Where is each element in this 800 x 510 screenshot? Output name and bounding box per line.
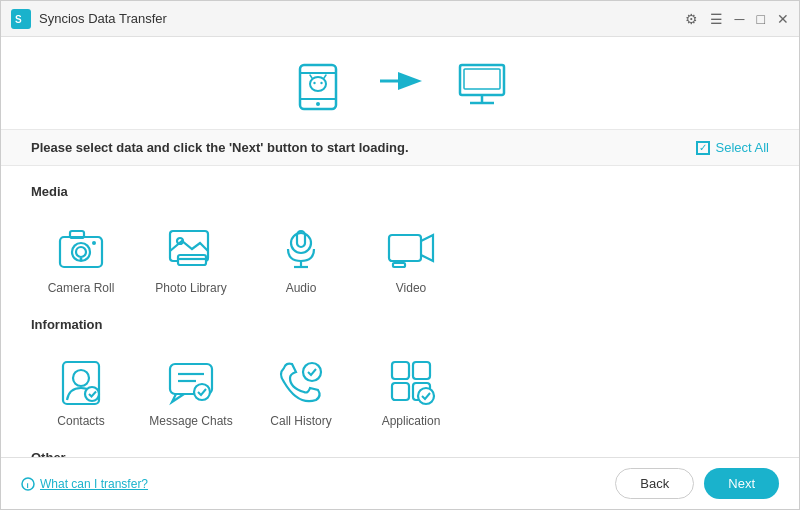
instruction-text: Please select data and click the 'Next' … (31, 140, 409, 155)
info-icon: i (21, 477, 35, 491)
svg-rect-43 (392, 383, 409, 400)
svg-point-22 (80, 258, 83, 261)
close-icon[interactable]: ✕ (777, 11, 789, 27)
select-bar: Please select data and click the 'Next' … (1, 129, 799, 166)
svg-rect-16 (464, 69, 500, 89)
category-label-media: Media (31, 184, 769, 199)
menu-icon[interactable]: ☰ (710, 11, 723, 27)
select-all-text: Select All (716, 140, 769, 155)
svg-text:S: S (15, 14, 22, 25)
svg-line-9 (310, 75, 312, 78)
item-label-camera-roll: Camera Roll (48, 281, 115, 295)
svg-point-19 (76, 247, 86, 257)
svg-point-35 (85, 387, 99, 401)
item-label-message-chats: Message Chats (149, 414, 232, 428)
item-label-audio: Audio (286, 281, 317, 295)
svg-text:i: i (27, 481, 29, 490)
next-button[interactable]: Next (704, 468, 779, 499)
svg-rect-20 (70, 231, 84, 238)
window-controls: ⚙ ☰ ─ □ ✕ (685, 11, 789, 27)
svg-point-34 (73, 370, 89, 386)
video-icon (384, 221, 438, 275)
select-all-checkbox[interactable]: ✓ (696, 141, 710, 155)
category-other: Other Calendar (31, 450, 769, 457)
camera-icon (54, 221, 108, 275)
svg-point-5 (316, 102, 320, 106)
svg-point-45 (418, 388, 434, 404)
contacts-icon (54, 354, 108, 408)
call-icon (274, 354, 328, 408)
svg-rect-17 (60, 237, 102, 267)
maximize-icon[interactable]: □ (757, 11, 765, 27)
svg-point-7 (313, 82, 315, 84)
svg-point-6 (310, 77, 326, 91)
messages-icon (164, 354, 218, 408)
svg-point-27 (291, 233, 311, 253)
photo-icon (164, 221, 218, 275)
navigation-buttons: Back Next (615, 468, 779, 499)
item-label-contacts: Contacts (57, 414, 104, 428)
bottom-bar: i What can I transfer? Back Next (1, 457, 799, 509)
category-information: Information Contacts Message Chats Call … (31, 317, 769, 438)
svg-point-21 (92, 241, 96, 245)
app-logo: S (11, 9, 31, 29)
svg-point-24 (177, 238, 183, 244)
item-card-photo-library[interactable]: Photo Library (141, 209, 241, 305)
item-label-photo-library: Photo Library (155, 281, 226, 295)
svg-rect-31 (389, 235, 421, 261)
svg-point-8 (320, 82, 322, 84)
transfer-flow (1, 37, 799, 129)
minimize-icon[interactable]: ─ (735, 11, 745, 27)
audio-icon (274, 221, 328, 275)
item-card-call-history[interactable]: Call History (251, 342, 351, 438)
items-grid-information: Contacts Message Chats Call History Appl… (31, 342, 769, 438)
android-device-icon (290, 57, 346, 113)
desktop-device-icon (454, 57, 510, 113)
apps-icon (384, 354, 438, 408)
svg-rect-41 (392, 362, 409, 379)
help-link[interactable]: i What can I transfer? (21, 477, 148, 491)
svg-rect-42 (413, 362, 430, 379)
items-grid-media: Camera Roll Photo Library Audio Video (31, 209, 769, 305)
item-label-video: Video (396, 281, 426, 295)
transfer-arrow (376, 66, 424, 104)
item-card-video[interactable]: Video (361, 209, 461, 305)
item-card-message-chats[interactable]: Message Chats (141, 342, 241, 438)
item-card-application[interactable]: Application (361, 342, 461, 438)
category-label-other: Other (31, 450, 769, 457)
select-all-button[interactable]: ✓ Select All (696, 140, 769, 155)
svg-point-40 (303, 363, 321, 381)
help-text: What can I transfer? (40, 477, 148, 491)
svg-line-10 (324, 75, 326, 78)
item-card-camera-roll[interactable]: Camera Roll (31, 209, 131, 305)
window-title: Syncios Data Transfer (39, 11, 685, 26)
content-area: Media Camera Roll Photo Library Audio Vi… (1, 166, 799, 457)
settings-icon[interactable]: ⚙ (685, 11, 698, 27)
item-label-application: Application (382, 414, 441, 428)
item-label-call-history: Call History (270, 414, 331, 428)
target-device (454, 57, 510, 113)
item-card-audio[interactable]: Audio (251, 209, 351, 305)
svg-point-39 (194, 384, 210, 400)
category-media: Media Camera Roll Photo Library Audio Vi… (31, 184, 769, 305)
category-label-information: Information (31, 317, 769, 332)
svg-rect-32 (393, 263, 405, 267)
main-content: Please select data and click the 'Next' … (1, 37, 799, 509)
back-button[interactable]: Back (615, 468, 694, 499)
title-bar: S Syncios Data Transfer ⚙ ☰ ─ □ ✕ (1, 1, 799, 37)
item-card-contacts[interactable]: Contacts (31, 342, 131, 438)
source-device (290, 57, 346, 113)
